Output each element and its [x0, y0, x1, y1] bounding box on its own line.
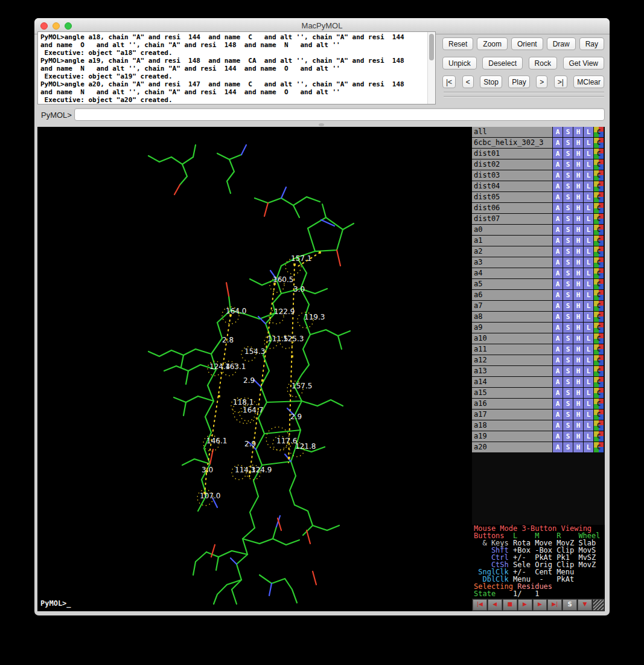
object-a7-button-h[interactable]: H	[573, 301, 583, 311]
object-a2-button-s[interactable]: S	[563, 246, 573, 257]
object-a8-button-c[interactable]: C	[594, 312, 604, 322]
button-mclear[interactable]: MClear	[573, 75, 604, 88]
object-a3-button-c[interactable]: C	[594, 257, 604, 268]
object-a0-button-c[interactable]: C	[594, 225, 604, 235]
object-a10-button-c[interactable]: C	[594, 333, 604, 344]
object-a11-button-s[interactable]: S	[563, 344, 573, 355]
object-a8-button-s[interactable]: S	[563, 312, 573, 322]
object-a6-button-h[interactable]: H	[573, 290, 583, 300]
object-dist04-button-c[interactable]: C	[594, 181, 604, 191]
object-a12-button-s[interactable]: S	[563, 355, 573, 365]
vcr-fast-forward-button[interactable]: ▶|	[547, 599, 562, 611]
object-name-dist02[interactable]: dist02	[472, 159, 552, 170]
object-a20-button-c[interactable]: C	[594, 442, 604, 452]
object-a6-button-a[interactable]: A	[553, 290, 563, 300]
object-name-dist01[interactable]: dist01	[472, 149, 552, 159]
object-name-a15[interactable]: a15	[472, 388, 552, 398]
object-a5-button-h[interactable]: H	[573, 279, 583, 289]
object-a16-button-s[interactable]: S	[563, 399, 573, 409]
object-dist05-button-a[interactable]: A	[553, 192, 563, 202]
object-a19-button-l[interactable]: L	[584, 431, 593, 442]
object-a9-button-a[interactable]: A	[553, 323, 563, 333]
object-name-a11[interactable]: a11	[472, 344, 552, 355]
object-a11-button-c[interactable]: C	[594, 344, 604, 355]
object-dist03-button-l[interactable]: L	[584, 170, 593, 181]
object-a16-button-l[interactable]: L	[584, 399, 593, 409]
object-a19-button-c[interactable]: C	[594, 431, 604, 442]
viewport-3d[interactable]: 157.1160.53.0164.0122.9119.32.8111.5125.…	[37, 127, 472, 611]
object-a2-button-a[interactable]: A	[553, 246, 563, 257]
object-a13-button-l[interactable]: L	[584, 366, 593, 376]
object-name-dist07[interactable]: dist07	[472, 214, 552, 224]
object-a2-button-c[interactable]: C	[594, 246, 604, 257]
object-dist01-button-s[interactable]: S	[563, 149, 573, 159]
object-name-a9[interactable]: a9	[472, 323, 552, 333]
object-name-a16[interactable]: a16	[472, 399, 552, 409]
object-a15-button-l[interactable]: L	[584, 388, 593, 398]
button-orient[interactable]: Orient	[511, 37, 543, 50]
object-all-button-s[interactable]: S	[563, 127, 573, 137]
button-draw[interactable]: Draw	[547, 37, 576, 50]
log-scrollbar-thumb[interactable]	[429, 34, 434, 60]
pane-splitter-handle[interactable]	[319, 123, 324, 126]
vcr-step-back-button[interactable]: ◀	[488, 599, 502, 611]
object-name-a0[interactable]: a0	[472, 225, 552, 235]
object-name-a3[interactable]: a3	[472, 257, 552, 268]
object-a0-button-h[interactable]: H	[573, 225, 583, 235]
object-a15-button-s[interactable]: S	[563, 388, 573, 398]
object-all-button-l[interactable]: L	[584, 127, 593, 137]
object-a18-button-a[interactable]: A	[553, 420, 563, 431]
object-name-a7[interactable]: a7	[472, 301, 552, 311]
object-dist04-button-a[interactable]: A	[553, 181, 563, 191]
button-[interactable]: >|	[554, 75, 567, 88]
object-a0-button-a[interactable]: A	[553, 225, 563, 235]
object-a3-button-s[interactable]: S	[563, 257, 573, 268]
object-a16-button-h[interactable]: H	[573, 399, 583, 409]
object-name-a4[interactable]: a4	[472, 268, 552, 278]
button-ray[interactable]: Ray	[579, 37, 604, 50]
object-a10-button-s[interactable]: S	[563, 333, 573, 344]
object-a4-button-h[interactable]: H	[573, 268, 583, 278]
object-6cbc_helix_302_3-button-s[interactable]: S	[563, 138, 573, 148]
object-a19-button-s[interactable]: S	[563, 431, 573, 442]
object-a18-button-h[interactable]: H	[573, 420, 583, 431]
object-a9-button-c[interactable]: C	[594, 323, 604, 333]
object-a13-button-h[interactable]: H	[573, 366, 583, 376]
object-a2-button-l[interactable]: L	[584, 246, 593, 257]
object-a18-button-s[interactable]: S	[563, 420, 573, 431]
object-name-a14[interactable]: a14	[472, 377, 552, 387]
object-a10-button-h[interactable]: H	[573, 333, 583, 344]
object-a9-button-l[interactable]: L	[584, 323, 593, 333]
object-a14-button-c[interactable]: C	[594, 377, 604, 387]
object-dist03-button-c[interactable]: C	[594, 170, 604, 181]
object-name-a8[interactable]: a8	[472, 312, 552, 322]
object-a2-button-h[interactable]: H	[573, 246, 583, 257]
object-dist02-button-l[interactable]: L	[584, 159, 593, 170]
object-dist01-button-h[interactable]: H	[573, 149, 583, 159]
object-a19-button-h[interactable]: H	[573, 431, 583, 442]
vcr-stop-button[interactable]: ■	[503, 599, 517, 611]
button-deselect[interactable]: Deselect	[482, 57, 523, 69]
object-dist06-button-a[interactable]: A	[553, 203, 563, 213]
object-name-6cbc_helix_302_3[interactable]: 6cbc_helix_302_3	[472, 138, 552, 148]
object-a11-button-h[interactable]: H	[573, 344, 583, 355]
vcr-menu-button[interactable]: ▼	[578, 599, 592, 611]
object-dist04-button-h[interactable]: H	[573, 181, 583, 191]
object-name-a5[interactable]: a5	[472, 279, 552, 289]
object-dist01-button-l[interactable]: L	[584, 149, 593, 159]
object-a13-button-c[interactable]: C	[594, 366, 604, 376]
close-icon[interactable]	[40, 22, 48, 30]
object-name-a10[interactable]: a10	[472, 333, 552, 344]
button-[interactable]: <	[462, 75, 474, 88]
object-name-dist05[interactable]: dist05	[472, 192, 552, 202]
vcr-step-forward-button[interactable]: ▶	[533, 599, 547, 611]
object-a4-button-s[interactable]: S	[563, 268, 573, 278]
object-dist06-button-l[interactable]: L	[584, 203, 593, 213]
object-name-dist03[interactable]: dist03	[472, 170, 552, 181]
object-name-a18[interactable]: a18	[472, 420, 552, 431]
object-a7-button-l[interactable]: L	[584, 301, 593, 311]
object-6cbc_helix_302_3-button-h[interactable]: H	[573, 138, 583, 148]
object-a20-button-h[interactable]: H	[573, 442, 583, 452]
object-a18-button-c[interactable]: C	[594, 420, 604, 431]
object-a19-button-a[interactable]: A	[553, 431, 563, 442]
